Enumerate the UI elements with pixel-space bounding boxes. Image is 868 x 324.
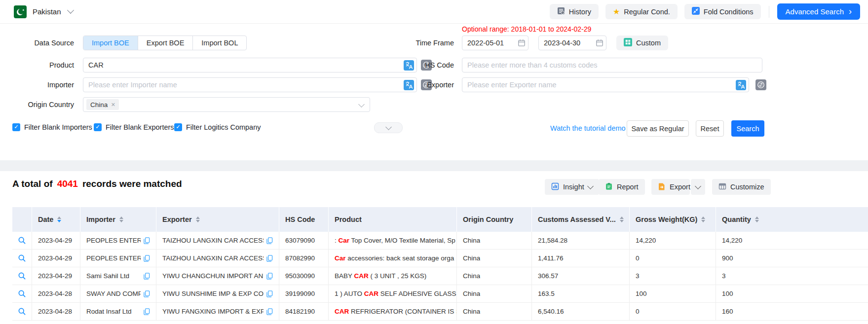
copy-icon[interactable]	[266, 308, 273, 315]
insight-button[interactable]: Insight	[545, 179, 599, 195]
sort-carets-icon[interactable]	[755, 216, 759, 222]
row-search-icon[interactable]	[18, 307, 26, 316]
column-header-customs-assessed-v[interactable]: Customs Assessed V...	[532, 207, 630, 232]
copy-icon[interactable]	[144, 273, 150, 280]
copy-icon[interactable]	[266, 237, 273, 244]
exporter-input[interactable]	[462, 81, 736, 89]
export-dropdown-button[interactable]	[691, 179, 705, 195]
sort-asc-icon[interactable]	[701, 216, 705, 219]
cell-quantity: 14,220	[716, 232, 868, 249]
sort-desc-icon[interactable]	[196, 220, 200, 222]
checkbox-label: Filter Logitics Company	[186, 123, 261, 131]
column-label: Quantity	[722, 216, 751, 223]
cell-importer: PEOPLES ENTERPR	[80, 232, 156, 249]
row-search-icon[interactable]	[18, 272, 26, 280]
copy-icon[interactable]	[144, 290, 150, 297]
column-header-date[interactable]: Date	[32, 207, 80, 232]
chevron-down-icon	[385, 124, 392, 130]
column-label: Product	[335, 216, 362, 223]
tutorial-link[interactable]: Watch the tutorial demo	[550, 124, 626, 132]
customize-button[interactable]: Customize	[712, 179, 771, 195]
column-header-importer[interactable]: Importer	[80, 207, 156, 232]
sort-asc-icon[interactable]	[196, 216, 200, 219]
search-button[interactable]: Search	[731, 120, 764, 137]
checkbox-filter-logistics-company[interactable]: ✓ Filter Logitics Company	[174, 123, 261, 131]
sort-asc-icon[interactable]	[620, 216, 624, 219]
column-header-origin-country: Origin Country	[457, 207, 532, 232]
summary-prefix: A total of	[12, 179, 53, 189]
column-header-exporter[interactable]: Exporter	[156, 207, 279, 232]
fold-conditions-button[interactable]: Fold Conditions	[684, 4, 761, 19]
sort-desc-icon[interactable]	[57, 220, 61, 222]
tab-export-boe[interactable]: Export BOE	[138, 36, 193, 50]
chevron-down-icon	[587, 183, 594, 189]
product-text: 1 ) AUTO	[335, 290, 364, 297]
exclude-filter-icon[interactable]	[755, 79, 766, 90]
collapse-filters-button[interactable]	[374, 122, 403, 133]
hs-code-label: HS Code	[400, 58, 454, 72]
calendar-icon[interactable]	[596, 39, 604, 47]
copy-icon[interactable]	[266, 273, 273, 280]
cell-origin-country: China	[457, 250, 532, 267]
advanced-search-button[interactable]: Advanced Search ›	[777, 3, 860, 20]
chevron-down-icon[interactable]	[67, 6, 74, 13]
chevron-down-icon	[358, 101, 365, 108]
cell-customs-assessed-value-text: 306.57	[538, 272, 558, 280]
custom-range-button[interactable]: Custom	[616, 36, 668, 50]
column-header-gross-weight-kg[interactable]: Gross Weight(KG)	[630, 207, 716, 232]
date-start-input[interactable]	[462, 39, 518, 47]
sort-asc-icon[interactable]	[57, 216, 61, 219]
sort-desc-icon[interactable]	[755, 220, 759, 222]
sort-desc-icon[interactable]	[119, 220, 123, 222]
optional-range-note: Optional range: 2018-01-01 to 2024-02-29	[462, 25, 591, 33]
checkbox-label: Filter Blank Exporters	[106, 123, 174, 131]
export-button[interactable]: Export	[651, 179, 690, 195]
sort-desc-icon[interactable]	[701, 220, 705, 222]
origin-country-select[interactable]: China ×	[83, 97, 370, 112]
sort-asc-icon[interactable]	[119, 216, 123, 219]
checkbox-filter-blank-importers[interactable]: ✓ Filter Blank Importers	[12, 123, 92, 131]
column-header-quantity[interactable]: Quantity	[716, 207, 868, 232]
row-search-icon[interactable]	[18, 236, 26, 245]
sort-carets-icon[interactable]	[196, 216, 200, 222]
reset-button[interactable]: Reset	[696, 120, 724, 137]
row-search-icon[interactable]	[18, 289, 26, 298]
save-as-regular-button[interactable]: Save as Regular	[627, 120, 689, 137]
product-text: REFRIGERATOR (CONTAINER IS S	[349, 308, 457, 315]
checkbox-filter-blank-exporters[interactable]: ✓ Filter Blank Exporters	[94, 123, 174, 131]
row-search-icon[interactable]	[18, 254, 26, 262]
hs-code-input[interactable]	[462, 61, 762, 69]
tab-import-bol[interactable]: Import BOL	[192, 36, 246, 50]
cell-importer-text: Rodat Insaf Ltd	[86, 308, 132, 315]
importer-input[interactable]	[83, 81, 404, 89]
sort-carets-icon[interactable]	[119, 216, 123, 222]
cell-hs-code-text: 87082990	[285, 254, 315, 262]
product-input[interactable]	[83, 61, 404, 69]
copy-icon[interactable]	[266, 255, 273, 262]
sort-desc-icon[interactable]	[620, 220, 624, 222]
copy-icon[interactable]	[266, 290, 273, 297]
copy-icon[interactable]	[144, 255, 150, 262]
table-row: 2023-04-29Sami Sahil LtdYIWU CHANGCHUN I…	[12, 267, 868, 285]
copy-icon[interactable]	[144, 308, 150, 315]
product-label: Product	[20, 58, 74, 72]
topbar-actions: History ★ Regular Cond. Fold Conditions …	[550, 3, 860, 20]
date-end-input[interactable]	[539, 39, 596, 47]
tab-import-boe[interactable]: Import BOE	[83, 36, 138, 50]
cell-product: BABY CAR ( 3 UNIT , 25 KGS)	[329, 267, 457, 285]
regular-cond-button[interactable]: ★ Regular Cond.	[605, 4, 678, 19]
history-label: History	[569, 8, 591, 16]
sort-carets-icon[interactable]	[701, 216, 705, 222]
remove-tag-icon[interactable]: ×	[111, 101, 115, 108]
sort-carets-icon[interactable]	[620, 216, 624, 222]
report-button[interactable]: Report	[599, 179, 645, 195]
copy-icon[interactable]	[144, 237, 150, 244]
calendar-icon[interactable]	[518, 39, 526, 47]
history-button[interactable]: History	[550, 4, 599, 19]
product-keyword-highlight: CAR	[354, 272, 369, 280]
sort-carets-icon[interactable]	[57, 216, 61, 222]
country-selector[interactable]: Pakistan	[33, 7, 61, 16]
translate-icon[interactable]	[736, 80, 746, 90]
sort-asc-icon[interactable]	[755, 216, 759, 219]
cell-hs-code-text: 84182190	[285, 308, 315, 315]
